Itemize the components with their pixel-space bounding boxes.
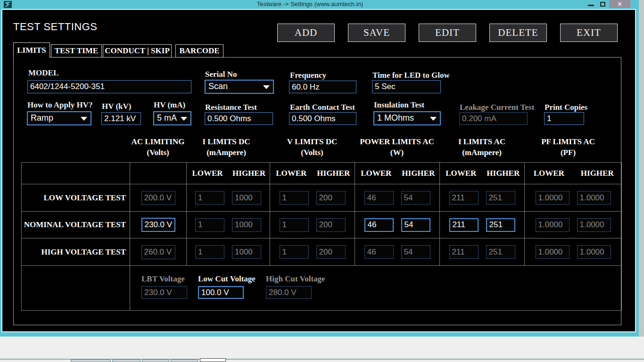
low-cut-voltage-label: Low Cut Voltage xyxy=(198,274,255,284)
hv-apply-value: Ramp xyxy=(31,113,53,123)
nominal-v-dc-lower-input[interactable] xyxy=(280,218,309,232)
nominal-i-ac-higher-input[interactable] xyxy=(486,218,515,232)
high-i-ac-higher-input[interactable] xyxy=(486,245,515,259)
lbt-voltage-field: LBT Voltage xyxy=(141,274,198,299)
edit-button[interactable]: EDIT xyxy=(419,24,476,42)
serial-no-value: Scan xyxy=(208,82,228,91)
page-title: TEST SETTINGS xyxy=(13,21,97,33)
frequency-input[interactable] xyxy=(289,81,356,93)
limits-table: LOWERHIGHER LOWERHIGHER LOWERHIGHER LOWE… xyxy=(21,162,622,311)
model-label: MODEL xyxy=(28,68,58,78)
high-cut-voltage-input[interactable] xyxy=(266,286,312,299)
nominal-i-ac-lower-input[interactable] xyxy=(449,218,479,232)
chevron-down-icon xyxy=(430,117,437,121)
low-v-dc-lower-input[interactable] xyxy=(280,191,309,205)
serial-no-label: Serial No xyxy=(205,70,237,79)
high-cut-voltage-field: High Cut Voltage xyxy=(266,274,322,299)
print-copies-input[interactable] xyxy=(544,112,584,125)
led-glow-time-label: Time for LED to Glow xyxy=(372,71,450,80)
low-pf-lower-input[interactable] xyxy=(536,191,570,205)
low-power-ac-higher-input[interactable] xyxy=(401,191,430,205)
close-button[interactable]: ✕ xyxy=(609,0,630,8)
low-v-dc-higher-input[interactable] xyxy=(316,191,346,205)
earth-contact-test-input[interactable] xyxy=(289,112,356,125)
leakage-current-test-label: Leakage Current Test xyxy=(460,103,534,112)
hv-apply-dropdown[interactable]: Ramp xyxy=(27,111,91,125)
low-cut-voltage-input[interactable] xyxy=(198,286,244,299)
earth-contact-test-label: Earth Contact Test xyxy=(290,103,355,112)
leakage-current-test-input[interactable] xyxy=(459,112,528,125)
high-ac-limiting-input[interactable] xyxy=(141,245,175,259)
exit-button[interactable]: EXIT xyxy=(560,24,618,42)
hv-apply-label: How to Apply HV? xyxy=(27,100,92,110)
low-i-dc-higher-input[interactable] xyxy=(232,191,261,205)
led-glow-time-input[interactable] xyxy=(372,80,441,93)
high-cut-voltage-label: High Cut Voltage xyxy=(266,274,322,284)
add-button[interactable]: ADD xyxy=(277,24,335,42)
minimize-button[interactable] xyxy=(588,5,594,6)
hv-kv-label: HV (kV) xyxy=(102,102,132,111)
chevron-down-icon xyxy=(81,117,87,121)
lbt-voltage-input[interactable] xyxy=(141,286,187,299)
frequency-label: Frequency xyxy=(290,71,326,80)
resistance-test-label: Resistance Test xyxy=(205,103,257,112)
chevron-down-icon xyxy=(263,85,270,89)
hv-ma-label: HV (mA) xyxy=(154,100,185,110)
nominal-pf-higher-input[interactable] xyxy=(577,218,611,232)
tab-conduct-skip[interactable]: CONDUCT | SKIP xyxy=(103,44,172,58)
nominal-i-dc-lower-input[interactable] xyxy=(195,218,224,232)
table-row-nominal-voltage: NOMINAL VOLTAGE TEST xyxy=(22,212,622,239)
hv-ma-dropdown[interactable]: 5 mA xyxy=(153,111,191,125)
insulation-test-dropdown[interactable]: 1 MOhms xyxy=(373,111,441,125)
nominal-ac-limiting-input[interactable] xyxy=(141,218,175,232)
tab-test-time[interactable]: TEST TIME xyxy=(51,44,102,58)
save-button[interactable]: SAVE xyxy=(348,24,405,42)
table-footer-row: LBT Voltage Low Cut Voltage High Cut Vol… xyxy=(22,266,622,311)
nominal-v-dc-higher-input[interactable] xyxy=(316,218,346,232)
row-label: HIGH VOLTAGE TEST xyxy=(22,239,130,266)
delete-button[interactable]: DELETE xyxy=(489,24,547,42)
high-power-ac-higher-input[interactable] xyxy=(401,245,430,259)
low-i-ac-lower-input[interactable] xyxy=(449,191,479,205)
low-i-dc-lower-input[interactable] xyxy=(195,191,224,205)
high-pf-lower-input[interactable] xyxy=(536,245,570,259)
nominal-power-ac-lower-input[interactable] xyxy=(364,218,394,232)
nominal-i-dc-higher-input[interactable] xyxy=(232,218,261,232)
serial-no-dropdown[interactable]: Scan xyxy=(205,80,274,94)
table-row-high-voltage: HIGH VOLTAGE TEST xyxy=(22,239,622,266)
colhead-pf-limits-ac: PF LIMITS AC(PF) xyxy=(516,136,620,158)
tab-barcode[interactable]: BARCODE xyxy=(175,44,223,58)
high-i-dc-lower-input[interactable] xyxy=(195,245,224,259)
high-power-ac-lower-input[interactable] xyxy=(364,245,394,259)
table-subheader-row: LOWERHIGHER LOWERHIGHER LOWERHIGHER LOWE… xyxy=(22,163,622,184)
low-cut-voltage-field: Low Cut Voltage xyxy=(198,274,255,299)
table-row-low-voltage: LOW VOLTAGE TEST xyxy=(22,184,622,212)
nominal-power-ac-higher-input[interactable] xyxy=(401,218,430,232)
window-title: Testware -> Settings (www.aumtech.in) xyxy=(0,0,620,8)
high-i-ac-lower-input[interactable] xyxy=(449,245,479,259)
low-power-ac-lower-input[interactable] xyxy=(364,191,394,205)
high-i-dc-higher-input[interactable] xyxy=(232,245,261,259)
hv-kv-input[interactable] xyxy=(101,112,141,125)
high-pf-higher-input[interactable] xyxy=(577,245,611,259)
maximize-button[interactable] xyxy=(600,2,605,7)
row-label: NOMINAL VOLTAGE TEST xyxy=(22,212,130,239)
low-pf-higher-input[interactable] xyxy=(577,191,611,205)
high-v-dc-lower-input[interactable] xyxy=(280,245,309,259)
print-copies-label: Print Copies xyxy=(545,103,587,112)
nominal-pf-lower-input[interactable] xyxy=(536,218,570,232)
titlebar: Testware -> Settings (www.aumtech.in) ✕ xyxy=(0,0,639,9)
chevron-down-icon xyxy=(181,117,187,121)
row-label: LOW VOLTAGE TEST xyxy=(22,184,130,212)
hv-ma-value: 5 mA xyxy=(157,113,177,123)
insulation-test-label: Insulation Test xyxy=(374,100,424,110)
resistance-test-input[interactable] xyxy=(205,112,273,125)
tab-limits[interactable]: LIMITS xyxy=(13,42,50,58)
lbt-voltage-label: LBT Voltage xyxy=(141,274,198,284)
high-v-dc-higher-input[interactable] xyxy=(316,245,346,259)
low-i-ac-higher-input[interactable] xyxy=(486,191,515,205)
model-input[interactable] xyxy=(27,80,191,93)
low-ac-limiting-input[interactable] xyxy=(141,191,175,205)
close-icon: ✕ xyxy=(617,1,622,8)
insulation-test-value: 1 MOhms xyxy=(377,113,414,123)
